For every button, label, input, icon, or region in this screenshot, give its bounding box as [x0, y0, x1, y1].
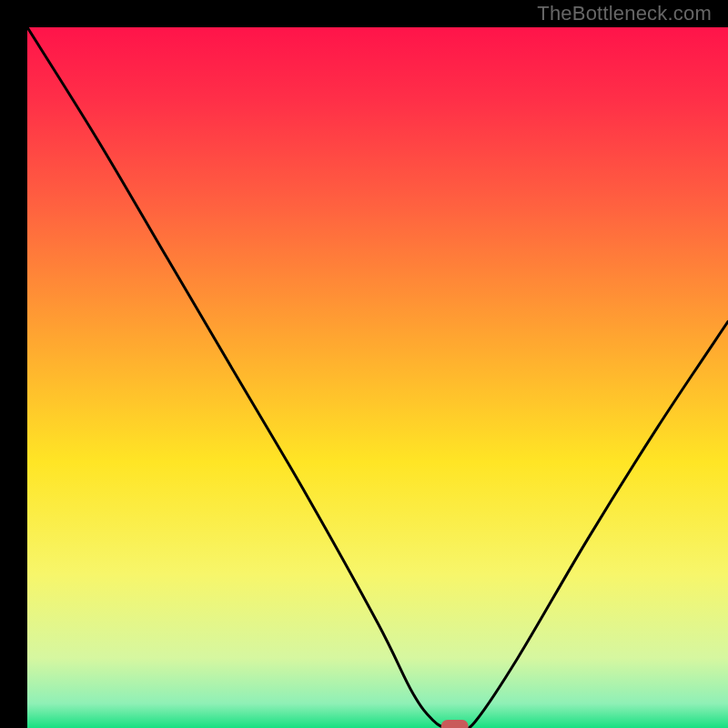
- chart-frame: [14, 14, 714, 714]
- chart-svg: [27, 27, 728, 728]
- optimal-marker: [441, 720, 469, 728]
- watermark: TheBottleneck.com: [537, 2, 712, 25]
- plot-area: [27, 27, 728, 728]
